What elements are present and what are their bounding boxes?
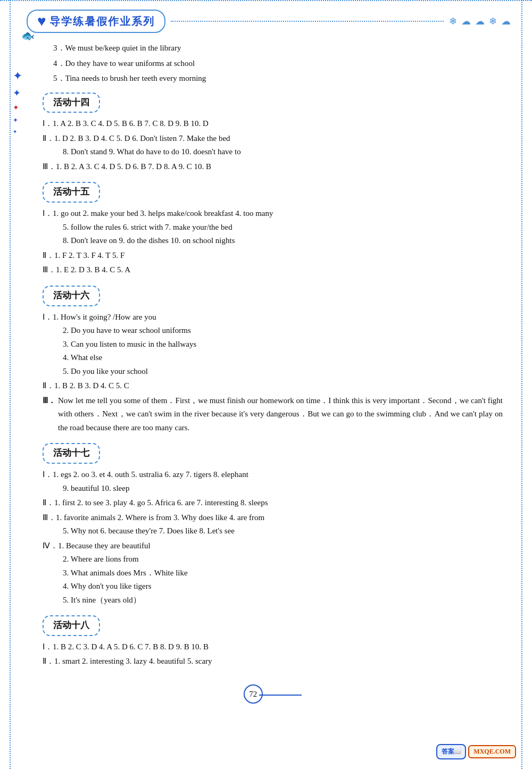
star-icon4: ✦ bbox=[13, 116, 22, 124]
activity18-s1: Ⅰ．1. B 2. C 3. D 4. A 5. D 6. C 7. B 8. … bbox=[43, 640, 503, 654]
cloud-icon3: ☁ bbox=[501, 15, 511, 27]
right-border bbox=[513, 0, 522, 769]
activity14-s2: Ⅱ．1. D 2. B 3. D 4. C 5. D 6. Don't list… bbox=[43, 132, 503, 159]
activity14-section: 活动十四 Ⅰ．1. A 2. B 3. C 4. D 5. B 6. B 7. … bbox=[43, 87, 503, 174]
bottom-logo-area: 答案📖 MXQE.COM bbox=[436, 744, 516, 759]
star-icon5: ✦ bbox=[13, 129, 22, 135]
activity15-title: 活动十五 bbox=[43, 182, 100, 203]
page-number: 72 bbox=[244, 684, 263, 704]
header-title: 导学练暑假作业系列 bbox=[49, 14, 155, 29]
star-icon2: ✦ bbox=[13, 87, 22, 99]
header: ♥ 导学练暑假作业系列 ❄ ☁ ☁ ❄ ☁ bbox=[0, 0, 532, 33]
intro-item-1: 3．We must be/keep quiet in the library bbox=[43, 41, 503, 55]
activity14-s1: Ⅰ．1. A 2. B 3. C 4. D 5. B 6. B 7. C 8. … bbox=[43, 117, 503, 131]
activity15-s3: Ⅲ．1. E 2. D 3. B 4. C 5. A bbox=[43, 263, 503, 277]
activity15-s1: Ⅰ．1. go out 2. make your bed 3. helps ma… bbox=[43, 207, 503, 248]
activity16-s1: Ⅰ．1. How's it going? /How are you 2. Do … bbox=[43, 311, 503, 379]
activity17-s1: Ⅰ．1. egs 2. oo 3. et 4. outh 5. ustralia… bbox=[43, 468, 503, 495]
star-icon1: ✦ bbox=[13, 69, 22, 83]
activity14-s3: Ⅲ．1. B 2. A 3. C 4. D 5. D 6. B 7. D 8. … bbox=[43, 160, 503, 174]
activity17-s4: Ⅳ．1. Because they are beautiful 2. Where… bbox=[43, 539, 503, 607]
activity14-title: 活动十四 bbox=[43, 93, 100, 113]
mxqe-logo-cn: 答案 bbox=[442, 748, 454, 755]
activity15-s2: Ⅱ．1. F 2. T 3. F 4. T 5. F bbox=[43, 249, 503, 263]
mxqe-icon: 📖 bbox=[454, 749, 461, 755]
mxqe-logo: 答案📖 bbox=[436, 744, 466, 759]
activity17-s3: Ⅲ．1. favorite animals 2. Where is from 3… bbox=[43, 511, 503, 538]
heart-icon: ♥ bbox=[37, 13, 46, 30]
left-decorations: ✦ ✦ ✦ ✦ ✦ bbox=[13, 69, 22, 135]
activity16-title: 活动十六 bbox=[43, 286, 100, 306]
activity17-section: 活动十七 Ⅰ．1. egs 2. oo 3. et 4. outh 5. ust… bbox=[43, 438, 503, 607]
page-underline bbox=[259, 695, 302, 696]
activity17-title: 活动十七 bbox=[43, 443, 100, 464]
main-content: 3．We must be/keep quiet in the library 4… bbox=[0, 36, 532, 720]
activity18-title: 活动十八 bbox=[43, 615, 100, 636]
mxqe-url: MXQE.COM bbox=[468, 745, 516, 758]
cloud-icon1: ☁ bbox=[461, 15, 471, 27]
activity18-s2: Ⅱ．1. smart 2. interesting 3. lazy 4. bea… bbox=[43, 655, 503, 668]
star-icon3: ✦ bbox=[13, 103, 22, 112]
deco-fish-icon: 🐟 bbox=[21, 29, 35, 42]
header-dots-line bbox=[171, 21, 444, 22]
header-decorations: ❄ ☁ ☁ ❄ ☁ bbox=[449, 15, 511, 27]
activity15-section: 活动十五 Ⅰ．1. go out 2. make your bed 3. hel… bbox=[43, 177, 503, 277]
snowflake-icon1: ❄ bbox=[449, 15, 457, 27]
intro-section: 3．We must be/keep quiet in the library 4… bbox=[43, 41, 503, 86]
intro-item-2: 4．Do they have to wear uniforms at schoo… bbox=[43, 57, 503, 71]
page-number-area: 72 bbox=[43, 684, 503, 704]
activity18-section: 活动十八 Ⅰ．1. B 2. C 3. D 4. A 5. D 6. C 7. … bbox=[43, 610, 503, 668]
activity17-s2: Ⅱ．1. first 2. to see 3. play 4. go 5. Af… bbox=[43, 496, 503, 510]
intro-item-3: 5．Tina needs to brush her teeth every mo… bbox=[43, 72, 503, 86]
snowflake-icon2: ❄ bbox=[489, 15, 497, 27]
activity16-s3: Ⅲ． Now let me tell you some of them．Firs… bbox=[43, 394, 503, 435]
activity16-section: 活动十六 Ⅰ．1. How's it going? /How are you 2… bbox=[43, 280, 503, 434]
cloud-icon2: ☁ bbox=[475, 15, 485, 27]
title-box: ♥ 导学练暑假作业系列 bbox=[27, 10, 165, 33]
activity16-s2: Ⅱ．1. B 2. B 3. D 4. C 5. C bbox=[43, 379, 503, 393]
